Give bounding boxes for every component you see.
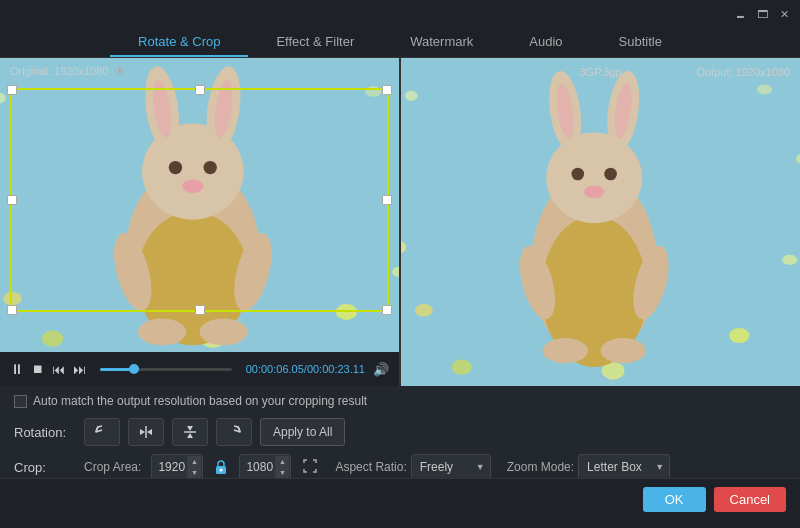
auto-match-row: Auto match the output resolution based o…: [14, 394, 786, 408]
tab-rotate-crop[interactable]: Rotate & Crop: [110, 28, 248, 57]
svg-point-32: [452, 360, 472, 375]
svg-point-49: [220, 469, 223, 472]
svg-point-30: [415, 304, 433, 317]
crop-height-spinners: ▲ ▼: [275, 456, 289, 478]
progress-bar[interactable]: [100, 368, 232, 371]
play-pause-button[interactable]: ⏸: [10, 361, 24, 377]
aspect-ratio-select[interactable]: Freely 16:9 4:3 1:1: [411, 454, 491, 480]
zoom-mode-label: Zoom Mode:: [507, 460, 574, 474]
svg-point-26: [757, 84, 772, 94]
tab-audio[interactable]: Audio: [501, 28, 590, 57]
svg-point-46: [542, 338, 587, 363]
svg-point-42: [604, 168, 617, 181]
crop-handle-bl[interactable]: [7, 305, 17, 315]
flip-vertical-button[interactable]: [172, 418, 208, 446]
time-total: 00:00:23.11: [307, 363, 365, 375]
crop-handle-tr[interactable]: [382, 85, 392, 95]
prev-button[interactable]: ⏮: [52, 362, 65, 377]
zoom-mode-group: Zoom Mode: Letter Box Pan & Scan Full ▼: [507, 454, 670, 480]
tab-subtitle[interactable]: Subtitle: [591, 28, 690, 57]
crop-height-up[interactable]: ▲: [275, 456, 289, 467]
crop-row: Crop: Crop Area: ▲ ▼: [14, 454, 786, 480]
svg-point-23: [200, 319, 248, 346]
crop-handle-ml[interactable]: [7, 195, 17, 205]
center-crop-icon[interactable]: [301, 457, 319, 478]
left-video-preview: [0, 58, 399, 352]
svg-point-43: [584, 185, 604, 198]
aspect-ratio-label: Aspect Ratio:: [335, 460, 406, 474]
crop-area-label: Crop Area:: [84, 460, 141, 474]
minimize-button[interactable]: 🗕: [732, 6, 748, 22]
crop-label: Crop:: [14, 460, 76, 475]
titlebar: 🗕 🗖 ✕: [0, 0, 800, 28]
crop-width-spinners: ▲ ▼: [187, 456, 201, 478]
svg-point-22: [138, 319, 186, 346]
zoom-mode-select-wrap: Letter Box Pan & Scan Full ▼: [578, 454, 670, 480]
svg-point-8: [42, 331, 63, 347]
volume-icon[interactable]: 🔊: [373, 362, 389, 377]
crop-width-up[interactable]: ▲: [187, 456, 201, 467]
aspect-ratio-group: Aspect Ratio: Freely 16:9 4:3 1:1 ▼: [335, 454, 490, 480]
rotation-row: Rotation:: [14, 418, 786, 446]
crop-width-down[interactable]: ▼: [187, 467, 201, 478]
close-button[interactable]: ✕: [776, 6, 792, 22]
svg-point-31: [729, 328, 749, 343]
rotate-left-button[interactable]: [84, 418, 120, 446]
bottom-bar: OK Cancel: [0, 478, 800, 520]
next-button[interactable]: ⏭: [73, 362, 86, 377]
maximize-button[interactable]: 🗖: [754, 6, 770, 22]
tab-watermark[interactable]: Watermark: [382, 28, 501, 57]
crop-height-down[interactable]: ▼: [275, 467, 289, 478]
rotation-label: Rotation:: [14, 425, 76, 440]
progress-thumb: [129, 364, 139, 374]
rotate-right-button[interactable]: [216, 418, 252, 446]
crop-width-wrap: ▲ ▼: [151, 454, 203, 480]
auto-match-checkbox[interactable]: [14, 395, 27, 408]
time-display: 00:00:06.05/00:00:23.11: [246, 363, 365, 375]
crop-handle-bc[interactable]: [195, 305, 205, 315]
svg-point-25: [405, 91, 418, 101]
flip-horizontal-button[interactable]: [128, 418, 164, 446]
output-label: Output: 1920x1080: [696, 66, 790, 78]
video-controls: ⏸ ⏹ ⏮ ⏭ 00:00:06.05/00:00:23.11 🔊: [0, 352, 399, 386]
crop-handle-br[interactable]: [382, 305, 392, 315]
crop-handle-tl[interactable]: [7, 85, 17, 95]
zoom-mode-select[interactable]: Letter Box Pan & Scan Full: [578, 454, 670, 480]
stop-button[interactable]: ⏹: [32, 362, 44, 376]
time-current: 00:00:06.05: [246, 363, 304, 375]
tab-effect-filter[interactable]: Effect & Filter: [248, 28, 382, 57]
right-video-preview: [401, 58, 800, 386]
aspect-ratio-select-wrap: Freely 16:9 4:3 1:1 ▼: [411, 454, 491, 480]
crop-height-wrap: ▲ ▼: [239, 454, 291, 480]
file-label: 3GP.3gp: [579, 66, 621, 78]
lock-aspect-icon[interactable]: [211, 457, 231, 477]
svg-point-29: [782, 255, 797, 265]
crop-handle-mr[interactable]: [382, 195, 392, 205]
tab-bar: Rotate & Crop Effect & Filter Watermark …: [0, 28, 800, 58]
crop-overlay[interactable]: [10, 88, 389, 312]
crop-handle-tc[interactable]: [195, 85, 205, 95]
svg-point-47: [601, 338, 646, 363]
auto-match-label: Auto match the output resolution based o…: [33, 394, 367, 408]
svg-point-36: [546, 132, 642, 223]
apply-to-all-button[interactable]: Apply to All: [260, 418, 345, 446]
ok-button[interactable]: OK: [643, 487, 706, 512]
original-label: Original: 1920x1080: [10, 65, 108, 77]
svg-point-41: [571, 168, 584, 181]
eye-icon[interactable]: 👁: [114, 64, 126, 78]
cancel-button[interactable]: Cancel: [714, 487, 786, 512]
